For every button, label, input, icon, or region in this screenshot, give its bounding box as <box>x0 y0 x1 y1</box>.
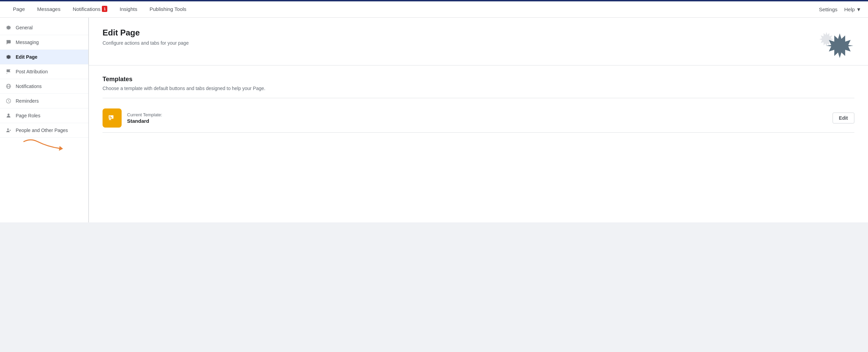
page-container: Page Messages Notifications 1 Insights P… <box>0 0 868 222</box>
person-add-icon <box>5 127 12 133</box>
globe-icon <box>5 83 12 89</box>
template-label: Current Template: <box>127 112 833 117</box>
gear-illustration <box>807 25 854 62</box>
tab-publishing-tools[interactable]: Publishing Tools <box>143 1 192 17</box>
template-row: Current Template: Standard Edit <box>103 104 854 133</box>
tab-messages[interactable]: Messages <box>31 1 66 17</box>
svg-point-6 <box>7 128 9 130</box>
chevron-down-icon: ▼ <box>856 6 861 12</box>
chat-icon <box>5 39 12 45</box>
flag-icon <box>5 69 12 75</box>
svg-point-5 <box>7 114 10 116</box>
nav-right: Settings Help ▼ <box>819 6 861 12</box>
nav-tabs: Page Messages Notifications 1 Insights P… <box>7 1 819 17</box>
page-subtitle: Configure actions and tabs for your page <box>103 40 189 46</box>
person-icon <box>5 113 12 119</box>
sidebar-item-edit-page[interactable]: Edit Page <box>0 50 88 64</box>
tab-insights[interactable]: Insights <box>113 1 143 17</box>
sidebar-item-post-attribution[interactable]: Post Attribution <box>0 64 88 79</box>
template-name: Standard <box>127 118 833 124</box>
template-icon <box>103 108 122 128</box>
sidebar-item-messaging[interactable]: Messaging <box>0 35 88 50</box>
sidebar-item-reminders[interactable]: Reminders <box>0 94 88 108</box>
templates-title: Templates <box>103 76 854 83</box>
content-header-text: Edit Page Configure actions and tabs for… <box>103 28 189 46</box>
gear-active-icon <box>5 54 12 60</box>
content-wrapper: General Messaging Edit Page <box>0 18 868 222</box>
sidebar-item-people-and-other-pages[interactable]: People and Other Pages <box>0 123 88 138</box>
sidebar: General Messaging Edit Page <box>0 18 89 222</box>
sidebar-item-notifications[interactable]: Notifications <box>0 79 88 94</box>
template-info: Current Template: Standard <box>127 112 833 124</box>
content-panel: Edit Page Configure actions and tabs for… <box>89 18 868 222</box>
content-header: Edit Page Configure actions and tabs for… <box>89 18 868 65</box>
svg-rect-11 <box>109 115 113 119</box>
top-nav: Page Messages Notifications 1 Insights P… <box>0 0 868 18</box>
notification-badge: 1 <box>102 6 107 12</box>
gear-icon <box>5 25 12 31</box>
divider <box>103 98 854 98</box>
sidebar-item-page-roles[interactable]: Page Roles <box>0 108 88 123</box>
settings-link[interactable]: Settings <box>819 6 837 12</box>
tab-page[interactable]: Page <box>7 1 31 17</box>
sidebar-item-general[interactable]: General <box>0 20 88 35</box>
templates-desc: Choose a template with default buttons a… <box>103 86 854 91</box>
tab-notifications[interactable]: Notifications 1 <box>66 1 113 17</box>
help-dropdown[interactable]: Help ▼ <box>844 6 861 12</box>
templates-section: Templates Choose a template with default… <box>89 65 868 143</box>
edit-template-button[interactable]: Edit <box>833 113 854 123</box>
clock-icon <box>5 98 12 104</box>
page-title: Edit Page <box>103 28 189 38</box>
